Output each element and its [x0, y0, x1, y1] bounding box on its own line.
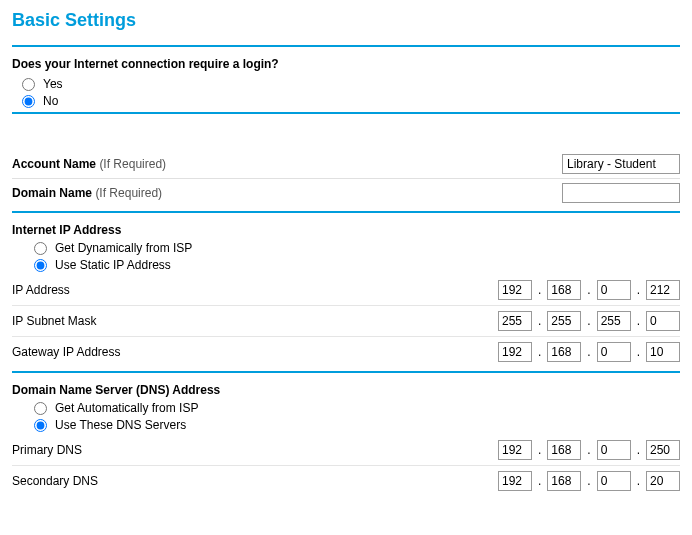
divider: [12, 112, 680, 114]
login-yes-option[interactable]: Yes: [22, 77, 680, 91]
ip-address-octet-1[interactable]: [498, 280, 532, 300]
secondary-dns-octet-4[interactable]: [646, 471, 680, 491]
login-no-radio[interactable]: [22, 95, 35, 108]
subnet-label: IP Subnet Mask: [12, 314, 498, 328]
dns-manual-option[interactable]: Use These DNS Servers: [22, 418, 680, 432]
dot-icon: .: [538, 283, 541, 297]
account-name-label: Account Name (If Required): [12, 157, 562, 171]
page-title: Basic Settings: [12, 10, 680, 31]
login-yes-radio[interactable]: [22, 78, 35, 91]
divider: [12, 45, 680, 47]
dot-icon: .: [637, 474, 640, 488]
divider: [12, 211, 680, 213]
primary-dns-input-group: . . .: [498, 440, 680, 460]
ip-section-head: Internet IP Address: [12, 223, 680, 237]
primary-dns-octet-4[interactable]: [646, 440, 680, 460]
dot-icon: .: [637, 443, 640, 457]
gateway-input-group: . . .: [498, 342, 680, 362]
dot-icon: .: [587, 474, 590, 488]
dns-auto-label: Get Automatically from ISP: [55, 401, 198, 415]
subnet-octet-2[interactable]: [547, 311, 581, 331]
ip-address-row: IP Address . . .: [12, 275, 680, 305]
secondary-dns-octet-1[interactable]: [498, 471, 532, 491]
dns-manual-radio[interactable]: [34, 419, 47, 432]
login-yes-label: Yes: [43, 77, 63, 91]
domain-name-input[interactable]: [562, 183, 680, 203]
ip-static-radio[interactable]: [34, 259, 47, 272]
secondary-dns-octet-2[interactable]: [547, 471, 581, 491]
divider: [12, 371, 680, 373]
primary-dns-octet-3[interactable]: [597, 440, 631, 460]
ip-address-label: IP Address: [12, 283, 498, 297]
dot-icon: .: [538, 345, 541, 359]
gateway-octet-1[interactable]: [498, 342, 532, 362]
gateway-octet-4[interactable]: [646, 342, 680, 362]
dot-icon: .: [637, 283, 640, 297]
dot-icon: .: [587, 345, 590, 359]
account-name-row: Account Name (If Required): [12, 150, 680, 178]
ip-address-input-group: . . .: [498, 280, 680, 300]
account-name-input[interactable]: [562, 154, 680, 174]
dot-icon: .: [637, 314, 640, 328]
dot-icon: .: [587, 283, 590, 297]
gateway-octet-2[interactable]: [547, 342, 581, 362]
ip-address-octet-4[interactable]: [646, 280, 680, 300]
primary-dns-octet-1[interactable]: [498, 440, 532, 460]
gateway-row: Gateway IP Address . . .: [12, 336, 680, 367]
secondary-dns-label: Secondary DNS: [12, 474, 498, 488]
ip-static-option[interactable]: Use Static IP Address: [22, 258, 680, 272]
gateway-label: Gateway IP Address: [12, 345, 498, 359]
subnet-octet-3[interactable]: [597, 311, 631, 331]
secondary-dns-row: Secondary DNS . . .: [12, 465, 680, 496]
domain-name-row: Domain Name (If Required): [12, 178, 680, 207]
dns-auto-option[interactable]: Get Automatically from ISP: [22, 401, 680, 415]
primary-dns-label: Primary DNS: [12, 443, 498, 457]
subnet-row: IP Subnet Mask . . .: [12, 305, 680, 336]
ip-dynamic-radio[interactable]: [34, 242, 47, 255]
subnet-input-group: . . .: [498, 311, 680, 331]
login-no-label: No: [43, 94, 58, 108]
ip-dynamic-label: Get Dynamically from ISP: [55, 241, 192, 255]
dns-auto-radio[interactable]: [34, 402, 47, 415]
secondary-dns-input-group: . . .: [498, 471, 680, 491]
login-no-option[interactable]: No: [22, 94, 680, 108]
subnet-octet-1[interactable]: [498, 311, 532, 331]
primary-dns-octet-2[interactable]: [547, 440, 581, 460]
dot-icon: .: [538, 443, 541, 457]
login-question: Does your Internet connection require a …: [12, 57, 680, 71]
primary-dns-row: Primary DNS . . .: [12, 435, 680, 465]
dot-icon: .: [538, 314, 541, 328]
secondary-dns-octet-3[interactable]: [597, 471, 631, 491]
ip-dynamic-option[interactable]: Get Dynamically from ISP: [22, 241, 680, 255]
dot-icon: .: [637, 345, 640, 359]
dns-section-head: Domain Name Server (DNS) Address: [12, 383, 680, 397]
gateway-octet-3[interactable]: [597, 342, 631, 362]
dot-icon: .: [587, 314, 590, 328]
ip-address-octet-2[interactable]: [547, 280, 581, 300]
subnet-octet-4[interactable]: [646, 311, 680, 331]
ip-address-octet-3[interactable]: [597, 280, 631, 300]
dot-icon: .: [587, 443, 590, 457]
dns-manual-label: Use These DNS Servers: [55, 418, 186, 432]
ip-static-label: Use Static IP Address: [55, 258, 171, 272]
domain-name-label: Domain Name (If Required): [12, 186, 562, 200]
dot-icon: .: [538, 474, 541, 488]
